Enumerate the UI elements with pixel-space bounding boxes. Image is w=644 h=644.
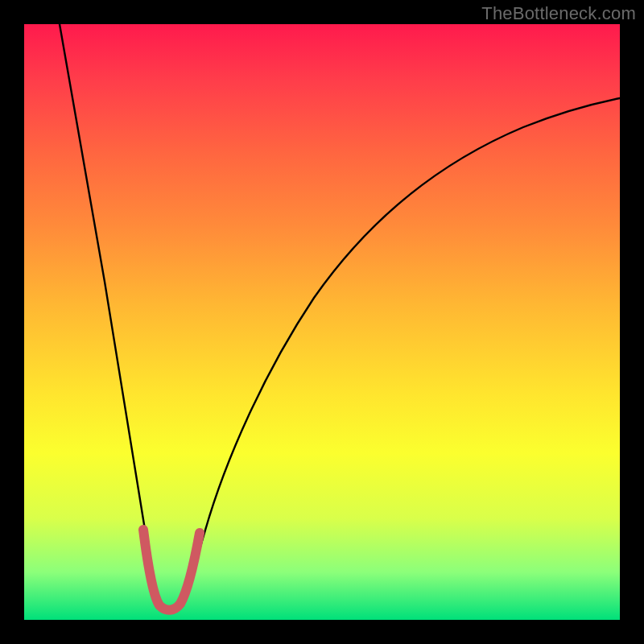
bottom-highlight-path (143, 530, 200, 610)
bottleneck-curve-path (60, 24, 620, 608)
curve-layer (24, 24, 620, 620)
plot-area (24, 24, 620, 620)
chart-frame: TheBottleneck.com (0, 0, 644, 644)
watermark-text: TheBottleneck.com (481, 3, 636, 24)
